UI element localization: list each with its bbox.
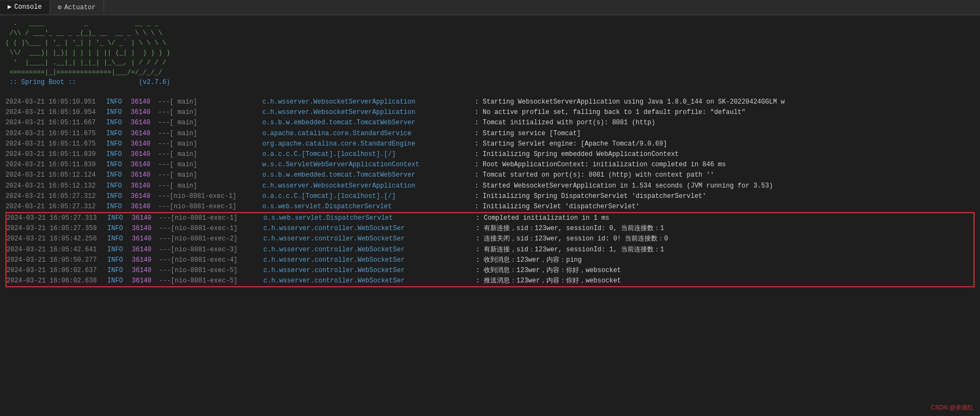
log-pid: 36140 xyxy=(131,118,158,128)
log-pid: 36140 xyxy=(132,266,159,276)
log-sep: --- xyxy=(158,181,170,191)
log-thread: [ main] xyxy=(170,129,263,139)
log-line: 2024-03-21 16:05:10.951 INFO 36140 --- [… xyxy=(5,97,975,107)
log-line: 2024-03-21 16:06:02.638 INFO 36140 --- [… xyxy=(7,276,973,286)
log-pid: 36140 xyxy=(131,191,158,202)
log-timestamp: 2024-03-21 16:05:27.312 xyxy=(5,191,106,202)
log-message: : 有新连接，sid：123wer, sessionId: 0, 当前连接数：1 xyxy=(476,224,973,234)
log-message: : Initializing Spring DispatcherServlet … xyxy=(475,191,975,202)
log-thread: [ main] xyxy=(170,139,263,149)
log-class: o.a.c.c.C.[Tomcat].[localhost].[/] xyxy=(263,191,475,202)
log-message: : Starting WebsocketServerApplication us… xyxy=(475,97,975,107)
log-timestamp: 2024-03-21 16:05:12.124 xyxy=(5,170,106,180)
log-timestamp: 2024-03-21 16:05:11.667 xyxy=(5,118,106,128)
actuator-icon: ⚙ xyxy=(58,3,62,11)
log-thread: [nio-8081-exec-1] xyxy=(171,213,264,224)
log-message: : Initializing Servlet 'dispatcherServle… xyxy=(475,202,975,212)
log-timestamp: 2024-03-21 16:05:11.839 xyxy=(5,160,106,170)
log-timestamp: 2024-03-21 16:05:11.839 xyxy=(5,149,106,160)
log-sep: --- xyxy=(158,191,170,202)
log-pid: 36140 xyxy=(131,202,158,212)
log-line: 2024-03-21 16:05:42.256 INFO 36140 --- [… xyxy=(7,234,973,244)
log-message: : 收到消息：123wer，内容：你好，websocket xyxy=(476,266,973,276)
log-thread: [ main] xyxy=(170,170,263,180)
log-timestamp: 2024-03-21 16:05:27.312 xyxy=(5,202,106,212)
log-sep: --- xyxy=(158,202,170,212)
log-thread: [ main] xyxy=(170,107,263,118)
log-line: 2024-03-21 16:05:11.675 INFO 36140 --- [… xyxy=(5,129,975,139)
log-line: 2024-03-21 16:05:10.954 INFO 36140 --- [… xyxy=(5,107,975,118)
log-level: INFO xyxy=(106,107,131,118)
log-line: 2024-03-21 16:06:02.637 INFO 36140 --- [… xyxy=(7,266,973,276)
log-timestamp: 2024-03-21 16:05:27.359 xyxy=(7,224,107,234)
console-body: . ____ _ __ _ _ /\\ / ___'_ __ _ _(_)_ _… xyxy=(0,15,980,416)
log-line: 2024-03-21 16:05:27.312 INFO 36140 --- [… xyxy=(5,202,975,212)
log-message: : Initializing Spring embedded WebApplic… xyxy=(475,149,975,160)
log-message: : Completed initialization in 1 ms xyxy=(476,213,973,224)
log-message: : 收到消息：123wer，内容：ping xyxy=(476,255,973,266)
log-sep: --- xyxy=(158,107,170,118)
log-timestamp: 2024-03-21 16:06:02.637 xyxy=(7,266,107,276)
log-level: INFO xyxy=(106,170,131,180)
log-level: INFO xyxy=(107,245,132,255)
log-class: c.h.wsserver.controller.WebSocketSer xyxy=(264,255,476,266)
log-timestamp: 2024-03-21 16:05:10.951 xyxy=(5,97,106,107)
log-thread: [ main] xyxy=(170,149,263,160)
log-sep: --- xyxy=(159,266,171,276)
log-level: INFO xyxy=(106,97,131,107)
log-class: c.h.wsserver.controller.WebSocketSer xyxy=(264,276,476,286)
csdn-watermark: CSDN @依德红 xyxy=(931,403,973,412)
log-class: o.a.c.c.C.[Tomcat].[localhost].[/] xyxy=(263,149,475,160)
log-line: 2024-03-21 16:05:12.132 INFO 36140 --- [… xyxy=(5,181,975,191)
log-timestamp: 2024-03-21 16:05:11.675 xyxy=(5,139,106,149)
log-level: INFO xyxy=(107,234,132,244)
log-sep: --- xyxy=(159,245,171,255)
log-pid: 36140 xyxy=(132,245,159,255)
log-level: INFO xyxy=(106,160,131,170)
log-thread: [ main] xyxy=(170,181,263,191)
log-line: 2024-03-21 16:05:11.675 INFO 36140 --- [… xyxy=(5,139,975,149)
log-sep: --- xyxy=(159,213,171,224)
log-thread: [nio-8081-exec-1] xyxy=(170,191,263,202)
log-line: 2024-03-21 16:05:27.312 INFO 36140 --- [… xyxy=(5,191,975,202)
tab-console[interactable]: ▶ Console xyxy=(0,1,50,14)
log-sep: --- xyxy=(158,118,170,128)
log-thread: [ main] xyxy=(170,118,263,128)
log-level: INFO xyxy=(107,255,132,266)
spring-banner: . ____ _ __ _ _ /\\ / ___'_ __ _ _(_)_ _… xyxy=(5,19,975,87)
log-class: o.apache.catalina.core.StandardService xyxy=(263,129,475,139)
tab-console-label: Console xyxy=(14,3,41,11)
log-sep: --- xyxy=(159,224,171,234)
log-message: : 有新连接，sid：123wer, sessionId: 1, 当前连接数：1 xyxy=(476,245,973,255)
log-thread: [nio-8081-exec-5] xyxy=(171,266,264,276)
log-class: o.s.b.w.embedded.tomcat.TomcatWebServer xyxy=(263,170,475,180)
log-class: o.s.web.servlet.DispatcherServlet xyxy=(264,213,476,224)
log-pid: 36140 xyxy=(132,255,159,266)
log-message: : Root WebApplicationContext: initializa… xyxy=(475,160,975,170)
log-level: INFO xyxy=(106,118,131,128)
log-sep: --- xyxy=(158,97,170,107)
log-line: 2024-03-21 16:05:50.277 INFO 36140 --- [… xyxy=(7,255,973,266)
log-timestamp: 2024-03-21 16:06:02.638 xyxy=(7,276,107,286)
log-class: c.h.wsserver.WebsocketServerApplication xyxy=(263,181,475,191)
log-level: INFO xyxy=(106,129,131,139)
log-level: INFO xyxy=(106,139,131,149)
log-class: w.s.c.ServletWebServerApplicationContext xyxy=(263,160,475,170)
tab-actuator[interactable]: ⚙ Actuator xyxy=(50,1,104,14)
log-sep: --- xyxy=(158,170,170,180)
log-class: c.h.wsserver.controller.WebSocketSer xyxy=(264,266,476,276)
log-class: org.apache.catalina.core.StandardEngine xyxy=(263,139,475,149)
log-class: o.s.web.servlet.DispatcherServlet xyxy=(263,202,475,212)
log-level: INFO xyxy=(107,224,132,234)
log-timestamp: 2024-03-21 16:05:11.675 xyxy=(5,129,106,139)
log-pid: 36140 xyxy=(131,160,158,170)
log-sep: --- xyxy=(158,149,170,160)
log-message: : No active profile set, falling back to… xyxy=(475,107,975,118)
log-timestamp: 2024-03-21 16:05:42.641 xyxy=(7,245,107,255)
log-message: : 推送消息：123wer，内容：你好，websocket xyxy=(476,276,973,286)
log-class: c.h.wsserver.controller.WebSocketSer xyxy=(264,234,476,244)
log-pid: 36140 xyxy=(131,97,158,107)
log-pid: 36140 xyxy=(131,107,158,118)
log-pid: 36140 xyxy=(131,129,158,139)
log-line: 2024-03-21 16:05:27.313 INFO 36140 --- [… xyxy=(7,213,973,224)
